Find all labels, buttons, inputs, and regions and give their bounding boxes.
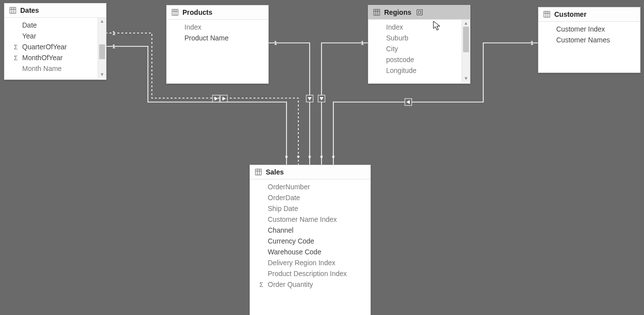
table-header[interactable]: Customer [538, 7, 640, 22]
scrollbar[interactable]: ▲ ▼ [98, 18, 106, 78]
filter-direction-icon [306, 95, 313, 102]
cardinality-many-label: * [320, 154, 323, 162]
table-title: Dates [20, 6, 39, 14]
field-label: MonthOfYear [22, 54, 63, 62]
filter-direction-icon [405, 99, 412, 105]
field-label: OrderNumber [268, 183, 310, 191]
field-item[interactable]: Customer Names [538, 35, 640, 45]
table-header[interactable]: Sales [250, 165, 370, 179]
svg-rect-12 [417, 10, 423, 15]
field-item[interactable]: Index [368, 22, 470, 33]
field-list[interactable]: DateYearΣQuarterOfYearΣMonthOfYearMonth … [4, 18, 106, 78]
field-list[interactable]: Customer IndexCustomer Names [538, 22, 640, 71]
scroll-down-icon[interactable]: ▼ [98, 71, 106, 78]
model-canvas[interactable]: 1*1*1*1*1* Dates DateYearΣQuarterOfYearΣ… [0, 0, 644, 315]
field-label: Customer Name Index [268, 215, 337, 223]
field-label: Product Description Index [268, 270, 347, 278]
field-item[interactable]: Date [4, 20, 106, 31]
field-item[interactable]: Channel [250, 225, 370, 236]
field-item[interactable]: City [368, 43, 470, 54]
field-item[interactable]: ΣOrder Quantity [250, 279, 370, 290]
relationship-regions-sales[interactable]: 1* [318, 40, 368, 165]
cardinality-many-label: * [285, 154, 288, 162]
cardinality-one-label: 1 [531, 40, 534, 46]
field-label: Delivery Region Index [268, 259, 335, 267]
table-sales[interactable]: Sales OrderNumberOrderDateShip DateCusto… [250, 165, 371, 315]
svg-rect-13 [419, 11, 421, 14]
relationship-products-sales[interactable]: 1* [268, 40, 313, 165]
table-customer[interactable]: Customer Customer IndexCustomer Names [538, 7, 641, 73]
table-icon [543, 11, 550, 18]
field-label: Index [184, 23, 201, 31]
cardinality-many-label: * [308, 154, 311, 162]
field-label: postcode [386, 56, 414, 64]
field-item[interactable]: ΣMonthOfYear [4, 52, 106, 63]
scrollbar[interactable]: ▲ ▼ [462, 20, 470, 82]
field-list[interactable]: IndexSuburbCitypostcodeLongitude ▲ ▼ [368, 20, 470, 82]
field-label: Customer Names [556, 36, 610, 44]
field-label: Product Name [184, 34, 228, 42]
field-item[interactable]: Index [167, 22, 268, 33]
field-item[interactable]: Suburb [368, 33, 470, 43]
svg-rect-8 [374, 9, 380, 15]
scroll-down-icon[interactable]: ▼ [462, 75, 470, 82]
table-header[interactable]: Dates [4, 3, 106, 18]
field-label: Index [386, 23, 403, 31]
field-label: Longitude [386, 67, 417, 74]
field-label: Month Name [22, 65, 62, 72]
field-label: Order Quantity [268, 280, 313, 288]
field-item[interactable]: Customer Index [538, 24, 640, 35]
cardinality-one-label: 1 [361, 40, 364, 46]
table-header[interactable]: Regions [368, 5, 470, 20]
scroll-up-icon[interactable]: ▲ [98, 18, 106, 25]
field-item[interactable]: Product Description Index [250, 268, 370, 279]
field-label: City [386, 45, 398, 53]
table-icon [172, 9, 179, 16]
cardinality-one-label: 1 [112, 31, 115, 36]
field-label: Channel [268, 226, 293, 234]
table-products[interactable]: Products IndexProduct Name [166, 5, 269, 84]
field-label: Customer Index [556, 25, 605, 33]
field-item[interactable]: Year [4, 31, 106, 41]
field-item[interactable]: postcode [368, 54, 470, 65]
field-item[interactable]: Product Name [167, 33, 268, 43]
cardinality-one-label: 1 [274, 40, 277, 46]
table-title: Products [182, 8, 213, 16]
field-item[interactable]: Currency Code [250, 236, 370, 246]
sigma-icon: Σ [257, 281, 266, 288]
scroll-thumb[interactable] [463, 27, 469, 52]
svg-rect-0 [10, 7, 16, 13]
storage-mode-icon [416, 9, 423, 16]
cardinality-many-label: * [332, 154, 335, 162]
scroll-up-icon[interactable]: ▲ [462, 20, 470, 27]
table-title: Customer [554, 10, 586, 18]
table-header[interactable]: Products [167, 5, 268, 20]
cardinality-many-label: * [297, 154, 300, 162]
field-item[interactable]: Month Name [4, 63, 106, 74]
field-item[interactable]: Longitude [368, 65, 470, 76]
field-label: Year [22, 32, 36, 40]
field-label: QuarterOfYear [22, 43, 67, 51]
field-list[interactable]: IndexProduct Name [167, 20, 268, 82]
field-item[interactable]: OrderNumber [250, 181, 370, 192]
cardinality-one-label: 1 [112, 44, 115, 49]
field-label: Suburb [386, 34, 408, 42]
filter-direction-icon [220, 95, 227, 102]
sigma-icon: Σ [11, 54, 20, 62]
field-item[interactable]: OrderDate [250, 192, 370, 203]
field-item[interactable]: Ship Date [250, 203, 370, 214]
field-label: Currency Code [268, 237, 314, 245]
field-label: OrderDate [268, 194, 300, 202]
filter-direction-icon [213, 95, 219, 102]
field-list[interactable]: OrderNumberOrderDateShip DateCustomer Na… [250, 179, 370, 314]
filter-direction-icon [318, 95, 325, 102]
field-item[interactable]: Warehouse Code [250, 246, 370, 257]
table-regions[interactable]: Regions IndexSuburbCitypostcodeLongitude… [368, 5, 470, 84]
field-item[interactable]: ΣQuarterOfYear [4, 41, 106, 52]
field-item[interactable]: Delivery Region Index [250, 257, 370, 268]
field-label: Ship Date [268, 205, 298, 212]
table-dates[interactable]: Dates DateYearΣQuarterOfYearΣMonthOfYear… [4, 3, 107, 80]
sigma-icon: Σ [11, 43, 20, 51]
scroll-thumb[interactable] [99, 44, 105, 59]
field-item[interactable]: Customer Name Index [250, 214, 370, 225]
